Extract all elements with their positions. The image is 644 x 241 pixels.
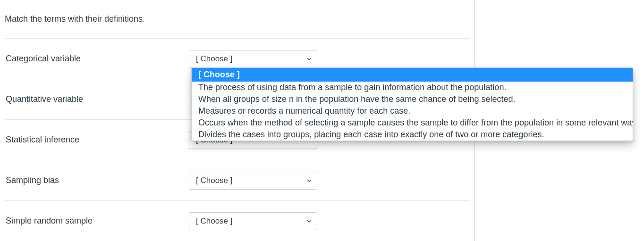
- select-wrap: [ Choose ]: [189, 212, 317, 230]
- dropdown-option[interactable]: Occurs when the method of selecting a sa…: [192, 117, 633, 129]
- chevron-down-icon: [306, 218, 312, 224]
- select-value: [ Choose ]: [196, 54, 233, 64]
- select-wrap: [ Choose ]: [189, 172, 317, 190]
- term-label: Quantitative variable: [5, 94, 189, 104]
- term-select[interactable]: [ Choose ]: [189, 50, 317, 68]
- select-wrap: [ Choose ]: [189, 50, 317, 68]
- term-label: Sampling bias: [5, 175, 189, 185]
- chevron-down-icon: [306, 56, 312, 62]
- dropdown-option[interactable]: When all groups of size n in the populat…: [192, 93, 633, 105]
- chevron-down-icon: [306, 178, 312, 183]
- select-value: [ Choose ]: [196, 176, 233, 185]
- term-label: Simple random sample: [5, 216, 189, 226]
- select-value: [ Choose ]: [196, 216, 233, 226]
- match-row: Simple random sample [ Choose ]: [5, 200, 470, 241]
- dropdown-option[interactable]: The process of using data from a sample …: [192, 82, 633, 93]
- term-select[interactable]: [ Choose ]: [189, 172, 317, 190]
- term-label: Categorical variable: [5, 54, 189, 64]
- dropdown-option[interactable]: Divides the cases into groups, placing e…: [192, 129, 633, 141]
- select-dropdown[interactable]: [ Choose ] The process of using data fro…: [191, 67, 633, 141]
- question-prompt: Match the terms with their definitions.: [5, 0, 470, 38]
- match-row: Sampling bias [ Choose ]: [5, 160, 470, 200]
- dropdown-option[interactable]: [ Choose ]: [192, 68, 633, 82]
- dropdown-option[interactable]: Measures or records a numerical quantity…: [192, 105, 633, 117]
- term-select[interactable]: [ Choose ]: [189, 212, 317, 230]
- page: Match the terms with their definitions. …: [0, 0, 644, 241]
- term-label: Statistical inference: [5, 135, 189, 145]
